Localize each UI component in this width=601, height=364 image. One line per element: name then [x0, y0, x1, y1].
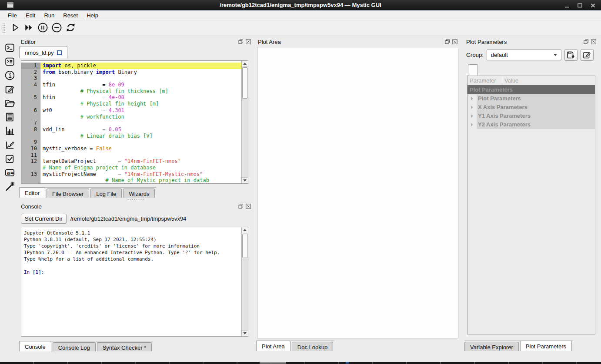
code-line: 5hfin = 4e-08 — [21, 94, 241, 101]
close-icon[interactable] — [452, 39, 457, 45]
scrollbar-thumb[interactable] — [242, 234, 247, 258]
modified-indicator-icon[interactable] — [57, 50, 62, 55]
code-line: # Linear drain bias [V] — [21, 133, 241, 139]
scroll-down-icon[interactable] — [242, 330, 248, 336]
expand-arrow-icon[interactable] — [467, 120, 477, 129]
code-line: 13mysticProjectName = "14nm-FinFET-Mysti… — [21, 171, 241, 178]
close-icon[interactable] — [245, 204, 251, 209]
tab-plot-parameters[interactable]: Plot Parameters — [520, 341, 572, 351]
toolbar-pause-button[interactable] — [36, 22, 50, 35]
tab-variable-explorer[interactable]: Variable Explorer — [464, 342, 519, 351]
editor-panel-title: Editor — [21, 39, 238, 45]
sidebar-plot-area-button[interactable] — [3, 126, 17, 137]
scroll-up-icon[interactable] — [242, 227, 248, 233]
scroll-down-icon[interactable] — [242, 177, 248, 183]
edit-group-button[interactable] — [581, 49, 594, 61]
float-icon[interactable] — [444, 39, 450, 45]
column-parameter[interactable]: Parameter — [467, 76, 502, 85]
float-icon[interactable] — [238, 39, 244, 45]
group-select[interactable]: default — [487, 50, 561, 60]
menu-edit[interactable]: Edit — [21, 11, 40, 20]
scrollbar-thumb[interactable] — [242, 67, 247, 99]
scroll-up-icon[interactable] — [242, 61, 248, 67]
tree-row-label: X Axis Parameters — [477, 103, 595, 112]
console-log-icon — [4, 56, 15, 68]
sidebar-editor-button[interactable] — [3, 84, 17, 96]
app-window: /remote/gb12tcad1/enigma_tmp/tmpspw5vx94… — [0, 0, 601, 364]
titlebar[interactable]: /remote/gb12tcad1/enigma_tmp/tmpspw5vx94… — [0, 0, 601, 10]
sidebar-log-file-button[interactable] — [3, 112, 17, 123]
window-title: /remote/gb12tcad1/enigma_tmp/tmpspw5vx94… — [0, 2, 601, 8]
menu-help[interactable]: Help — [82, 11, 103, 20]
console-widget[interactable]: Jupyter QtConsole 5.1.1Python 3.8.11 (de… — [21, 227, 248, 337]
console-prompt[interactable]: In [1]: — [24, 269, 239, 275]
tree-row-y2-axis-parameters[interactable]: Y2 Axis Parameters — [467, 120, 595, 129]
tree-rows: Plot ParametersX Axis ParametersY1 Axis … — [467, 94, 595, 129]
maximize-button[interactable] — [577, 2, 583, 8]
tree-row-x-axis-parameters[interactable]: X Axis Parameters — [467, 103, 595, 112]
toolbar-drag-handle[interactable] — [2, 23, 5, 33]
console-scrollbar[interactable] — [241, 227, 248, 336]
sidebar-console-log-button[interactable] — [3, 56, 17, 68]
tab-syntax-checker[interactable]: Syntax Checker * — [97, 342, 152, 351]
parameter-mini-tab[interactable] — [468, 64, 478, 76]
expand-arrow-icon[interactable] — [467, 103, 477, 112]
float-icon[interactable] — [238, 204, 244, 209]
sidebar-wizard-button[interactable] — [3, 182, 17, 193]
sidebar-variable-explorer-button[interactable]: a= — [3, 168, 17, 179]
code-line: 3 — [21, 75, 241, 82]
tab-console[interactable]: Console — [19, 341, 51, 351]
set-current-dir-button[interactable]: Set Current Dir — [21, 214, 67, 224]
menu-reset[interactable]: Reset — [59, 11, 82, 20]
code-line: # Physical fin height [m] — [21, 101, 241, 107]
tree-row-plot-parameters[interactable]: Plot Parameters — [467, 94, 595, 103]
horizontal-splitter-handle[interactable] — [127, 199, 144, 200]
tree-row-label: Y1 Axis Parameters — [477, 112, 595, 120]
sidebar-plot-edit-button[interactable] — [3, 140, 17, 151]
console-icon — [4, 43, 15, 54]
tab-console-log[interactable]: Console Log — [53, 342, 96, 351]
tree-row-y1-axis-parameters[interactable]: Y1 Axis Parameters — [467, 112, 595, 120]
close-button[interactable] — [590, 2, 596, 8]
menu-run[interactable]: Run — [40, 11, 59, 20]
taskbar-item — [260, 362, 286, 364]
tab-plot-area[interactable]: Plot Area — [256, 341, 290, 351]
toolbar-run-button[interactable] — [8, 22, 22, 35]
editor-scrollbar[interactable] — [241, 61, 248, 183]
sidebar-info-button[interactable] — [3, 70, 17, 82]
group-row: Group: default — [466, 49, 597, 61]
plot-parameters-panel: Plot Parameters Group: default Parameter… — [464, 37, 599, 351]
code-line: 9 — [21, 139, 241, 146]
close-icon[interactable] — [591, 39, 596, 45]
editor-panel: Editor nmos_ld.py 1import os, pickle2fro… — [18, 37, 254, 198]
tab-wizards[interactable]: Wizards — [123, 189, 155, 198]
toolbar-restart-button[interactable] — [63, 22, 77, 35]
tab-doc-lookup[interactable]: Doc Lookup — [292, 342, 333, 351]
tab-nmos-ld-py[interactable]: nmos_ld.py — [19, 46, 67, 58]
toolbar-run-fast-button[interactable] — [22, 22, 36, 35]
variable-explorer-icon: a= — [4, 167, 15, 179]
plot-canvas[interactable] — [257, 47, 458, 338]
float-icon[interactable] — [583, 39, 589, 45]
sidebar-task-check-button[interactable] — [3, 154, 17, 165]
close-icon[interactable] — [245, 39, 251, 45]
toolbar-interrupt-button[interactable] — [50, 22, 63, 35]
menu-file[interactable]: File — [3, 11, 21, 20]
save-group-button[interactable] — [564, 49, 578, 61]
tab-log-file[interactable]: Log File — [90, 189, 122, 198]
sidebar-file-browser-button[interactable] — [3, 98, 17, 109]
code-line: 4tfin = 8e-09 — [21, 82, 241, 88]
tab-file-browser[interactable]: File Browser — [47, 189, 89, 198]
sidebar-console-button[interactable] — [3, 43, 17, 54]
code-line: 8vdd_lin = 0.05 — [21, 126, 241, 133]
expand-arrow-icon[interactable] — [467, 94, 477, 103]
code-editor[interactable]: 1import os, pickle2from bson.binary impo… — [21, 60, 248, 184]
tab-editor[interactable]: Editor — [19, 187, 45, 198]
tree-row-label: Y2 Axis Parameters — [477, 120, 595, 129]
tree-root-row[interactable]: Plot Parameters — [467, 85, 595, 94]
console-output: Jupyter QtConsole 5.1.1Python 3.8.11 (de… — [21, 227, 241, 336]
minimize-button[interactable] — [564, 2, 570, 8]
expand-arrow-icon[interactable] — [467, 112, 477, 120]
interrupt-icon — [51, 22, 63, 35]
column-value[interactable]: Value — [502, 76, 595, 85]
